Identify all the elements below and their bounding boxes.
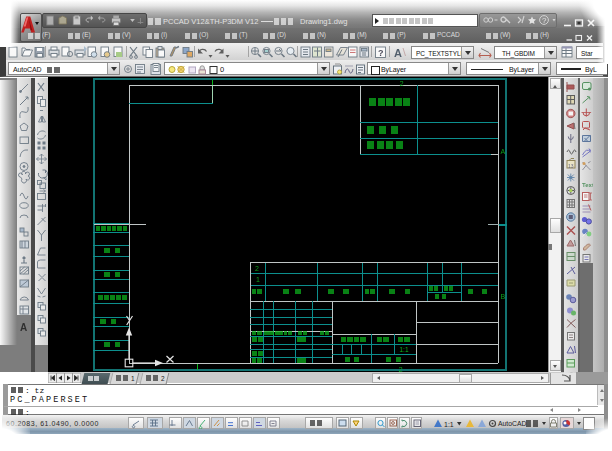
svg-text:Text: Text bbox=[582, 182, 593, 188]
svg-text:1: 1 bbox=[256, 276, 260, 283]
svg-text:2: 2 bbox=[399, 365, 403, 372]
svg-text:2: 2 bbox=[255, 265, 259, 272]
svg-text:13: 13 bbox=[568, 163, 574, 169]
svg-text:1:1: 1:1 bbox=[444, 420, 454, 427]
svg-text:B: B bbox=[501, 293, 506, 300]
svg-text:A: A bbox=[20, 322, 27, 333]
svg-text:A: A bbox=[501, 148, 506, 155]
svg-text:?: ? bbox=[542, 16, 547, 25]
svg-text:2: 2 bbox=[400, 79, 404, 88]
svg-text:1:1: 1:1 bbox=[400, 346, 409, 353]
svg-text:A: A bbox=[394, 47, 402, 59]
svg-text:?: ? bbox=[378, 48, 384, 58]
